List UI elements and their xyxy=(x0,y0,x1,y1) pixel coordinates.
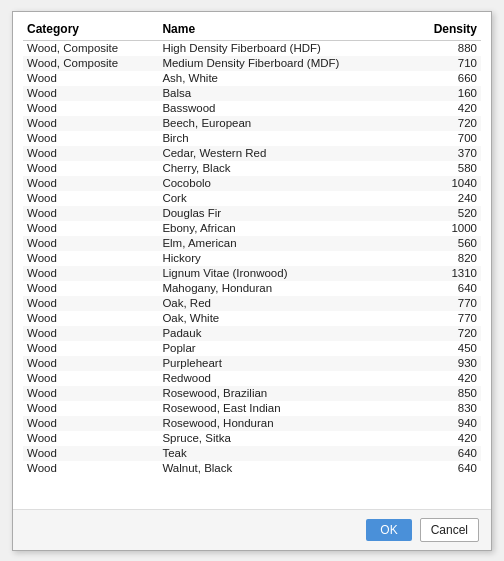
density-cell: 940 xyxy=(411,416,481,431)
table-row[interactable]: Wood, CompositeMedium Density Fiberboard… xyxy=(23,56,481,71)
table-row[interactable]: WoodLignum Vitae (Ironwood)1310 xyxy=(23,266,481,281)
table-container: Category Name Density Wood, CompositeHig… xyxy=(13,12,491,509)
category-cell: Wood xyxy=(23,131,158,146)
category-cell: Wood, Composite xyxy=(23,56,158,71)
name-cell: Hickory xyxy=(158,251,411,266)
name-cell: Birch xyxy=(158,131,411,146)
name-cell: Douglas Fir xyxy=(158,206,411,221)
density-cell: 560 xyxy=(411,236,481,251)
category-cell: Wood xyxy=(23,386,158,401)
category-cell: Wood xyxy=(23,296,158,311)
table-row[interactable]: WoodRedwood420 xyxy=(23,371,481,386)
category-cell: Wood xyxy=(23,236,158,251)
table-row[interactable]: WoodCherry, Black580 xyxy=(23,161,481,176)
density-cell: 930 xyxy=(411,356,481,371)
category-cell: Wood xyxy=(23,191,158,206)
name-cell: Ash, White xyxy=(158,71,411,86)
table-row[interactable]: WoodCedar, Western Red370 xyxy=(23,146,481,161)
name-cell: Elm, American xyxy=(158,236,411,251)
cancel-button[interactable]: Cancel xyxy=(420,518,479,542)
name-cell: Ebony, African xyxy=(158,221,411,236)
density-cell: 370 xyxy=(411,146,481,161)
category-cell: Wood, Composite xyxy=(23,40,158,56)
name-cell: Mahogany, Honduran xyxy=(158,281,411,296)
category-cell: Wood xyxy=(23,326,158,341)
density-table: Category Name Density Wood, CompositeHig… xyxy=(23,20,481,476)
name-cell: Beech, European xyxy=(158,116,411,131)
category-cell: Wood xyxy=(23,311,158,326)
density-cell: 240 xyxy=(411,191,481,206)
category-cell: Wood xyxy=(23,461,158,476)
material-dialog: Category Name Density Wood, CompositeHig… xyxy=(12,11,492,551)
category-cell: Wood xyxy=(23,71,158,86)
name-cell: Teak xyxy=(158,446,411,461)
table-row[interactable]: WoodCork240 xyxy=(23,191,481,206)
name-cell: Basswood xyxy=(158,101,411,116)
name-cell: Poplar xyxy=(158,341,411,356)
table-row[interactable]: WoodSpruce, Sitka420 xyxy=(23,431,481,446)
density-cell: 710 xyxy=(411,56,481,71)
name-cell: Spruce, Sitka xyxy=(158,431,411,446)
dialog-footer: OK Cancel xyxy=(13,509,491,550)
name-cell: Rosewood, Brazilian xyxy=(158,386,411,401)
name-cell: Balsa xyxy=(158,86,411,101)
table-row[interactable]: WoodRosewood, Honduran940 xyxy=(23,416,481,431)
category-cell: Wood xyxy=(23,116,158,131)
name-cell: Cocobolo xyxy=(158,176,411,191)
name-cell: Cedar, Western Red xyxy=(158,146,411,161)
density-cell: 420 xyxy=(411,431,481,446)
category-cell: Wood xyxy=(23,86,158,101)
name-cell: Rosewood, East Indian xyxy=(158,401,411,416)
table-row[interactable]: WoodOak, White770 xyxy=(23,311,481,326)
table-row[interactable]: WoodBalsa160 xyxy=(23,86,481,101)
density-cell: 770 xyxy=(411,311,481,326)
density-cell: 820 xyxy=(411,251,481,266)
table-row[interactable]: WoodEbony, African1000 xyxy=(23,221,481,236)
table-row[interactable]: WoodHickory820 xyxy=(23,251,481,266)
table-row[interactable]: WoodElm, American560 xyxy=(23,236,481,251)
density-cell: 450 xyxy=(411,341,481,356)
table-row[interactable]: WoodRosewood, Brazilian850 xyxy=(23,386,481,401)
table-row[interactable]: WoodPoplar450 xyxy=(23,341,481,356)
table-row[interactable]: WoodPadauk720 xyxy=(23,326,481,341)
density-cell: 880 xyxy=(411,40,481,56)
table-row[interactable]: WoodDouglas Fir520 xyxy=(23,206,481,221)
table-row[interactable]: WoodTeak640 xyxy=(23,446,481,461)
name-cell: Padauk xyxy=(158,326,411,341)
density-cell: 420 xyxy=(411,371,481,386)
table-row[interactable]: WoodBirch700 xyxy=(23,131,481,146)
table-row[interactable]: WoodAsh, White660 xyxy=(23,71,481,86)
table-row[interactable]: WoodOak, Red770 xyxy=(23,296,481,311)
table-row[interactable]: WoodMahogany, Honduran640 xyxy=(23,281,481,296)
density-cell: 720 xyxy=(411,326,481,341)
density-cell: 640 xyxy=(411,461,481,476)
name-cell: High Density Fiberboard (HDF) xyxy=(158,40,411,56)
table-row[interactable]: WoodBeech, European720 xyxy=(23,116,481,131)
density-cell: 420 xyxy=(411,101,481,116)
table-row[interactable]: WoodBasswood420 xyxy=(23,101,481,116)
table-row[interactable]: WoodPurpleheart930 xyxy=(23,356,481,371)
name-cell: Lignum Vitae (Ironwood) xyxy=(158,266,411,281)
category-cell: Wood xyxy=(23,146,158,161)
category-cell: Wood xyxy=(23,206,158,221)
name-cell: Redwood xyxy=(158,371,411,386)
density-cell: 830 xyxy=(411,401,481,416)
table-row[interactable]: WoodRosewood, East Indian830 xyxy=(23,401,481,416)
density-header: Density xyxy=(411,20,481,41)
name-cell: Purpleheart xyxy=(158,356,411,371)
density-cell: 160 xyxy=(411,86,481,101)
table-row[interactable]: WoodWalnut, Black640 xyxy=(23,461,481,476)
category-cell: Wood xyxy=(23,101,158,116)
density-cell: 850 xyxy=(411,386,481,401)
name-cell: Oak, Red xyxy=(158,296,411,311)
category-cell: Wood xyxy=(23,431,158,446)
table-row[interactable]: Wood, CompositeHigh Density Fiberboard (… xyxy=(23,40,481,56)
name-cell: Walnut, Black xyxy=(158,461,411,476)
density-cell: 700 xyxy=(411,131,481,146)
ok-button[interactable]: OK xyxy=(366,519,411,541)
name-cell: Rosewood, Honduran xyxy=(158,416,411,431)
table-row[interactable]: WoodCocobolo1040 xyxy=(23,176,481,191)
category-cell: Wood xyxy=(23,416,158,431)
density-cell: 1000 xyxy=(411,221,481,236)
density-cell: 660 xyxy=(411,71,481,86)
